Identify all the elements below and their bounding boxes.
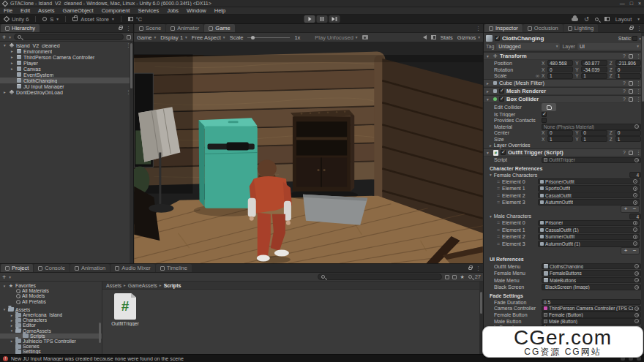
expand-arrow-icon[interactable]: ▸ <box>10 339 14 343</box>
undo-history-icon[interactable]: ↺ <box>584 16 589 23</box>
expand-arrow-icon[interactable]: ▸ <box>10 323 14 328</box>
remove-element-button[interactable]: − <box>630 248 639 254</box>
edit-collider-button[interactable] <box>542 103 556 111</box>
account-icon[interactable] <box>42 17 47 21</box>
center-y-field[interactable]: 0 <box>581 130 607 136</box>
male-characters-foldout[interactable]: ▾ Male Characters 4 <box>484 213 644 219</box>
ui-ref-field[interactable]: ClothsChanging <box>542 263 641 270</box>
static-checkbox[interactable] <box>632 36 637 41</box>
rotation-y-field[interactable]: -34.039 <box>581 67 607 72</box>
layer-overrides-foldout[interactable]: ▸ Layer Overrides <box>484 142 644 148</box>
inspector-tab[interactable]: Inspector <box>484 24 523 32</box>
minimize-button[interactable]: — <box>620 1 625 6</box>
object-picker-icon[interactable] <box>634 285 639 290</box>
menu-item[interactable]: Assets <box>38 7 55 14</box>
bottom-tab[interactable]: Animation <box>70 264 110 272</box>
bottom-tab[interactable]: Audio Mixer <box>111 264 155 272</box>
remove-element-button[interactable]: − <box>630 206 639 212</box>
hierarchy-search-input[interactable] <box>14 34 124 40</box>
object-picker-icon[interactable] <box>633 200 637 205</box>
outfit-object-field[interactable]: CasualOutfit (1) <box>538 227 640 233</box>
project-tree-row[interactable]: ▾ GameAssets <box>0 328 102 333</box>
view-tab[interactable]: Game <box>204 24 234 32</box>
expand-arrow-icon[interactable]: ▸ <box>10 61 15 65</box>
create-asset-button[interactable]: + <box>2 275 6 279</box>
search-by-label-icon[interactable] <box>452 275 457 279</box>
breadcrumb-assets[interactable]: Assets <box>106 283 121 288</box>
cloud-icon[interactable] <box>572 18 578 21</box>
layout-label[interactable]: Layout <box>615 16 632 23</box>
layout-grid-icon[interactable] <box>604 17 610 21</box>
hierarchy-row[interactable]: ▸ Player ⋮ <box>0 60 133 66</box>
position-x-field[interactable]: 480.568 <box>547 60 573 66</box>
asset-item[interactable]: # OutfitTrigger <box>108 293 142 326</box>
account-caret-icon[interactable]: ▾ <box>56 17 59 21</box>
female-button-field[interactable]: Female (Button) <box>542 312 641 318</box>
help-icon[interactable]: ? <box>623 53 626 59</box>
breadcrumb-gameassets[interactable]: GameAssets <box>128 283 157 288</box>
hierarchy-row[interactable]: ▸ Environment ⋮ <box>0 48 133 54</box>
box-collider-header[interactable]: ▾ Box Collider ?⋮ <box>484 95 644 103</box>
size-y-field[interactable]: 1 <box>581 136 607 142</box>
object-picker-icon[interactable] <box>634 271 639 276</box>
create-asset-caret-icon[interactable]: ▾ <box>9 275 11 279</box>
array-element-row[interactable]: = Element 1 SportsOutfit <box>484 185 644 192</box>
hidden-packages-icon[interactable] <box>468 275 472 279</box>
menu-item[interactable]: Services <box>138 7 159 14</box>
hierarchy-row[interactable]: ▸ DontDestroyOnLoad ⋮ <box>0 89 133 95</box>
outfit-object-field[interactable]: Prisoner <box>538 220 640 227</box>
lock-icon[interactable] <box>119 27 122 30</box>
vsync-icon[interactable] <box>431 35 436 39</box>
array-element-row[interactable]: = Element 0 PrisonerOutfit <box>484 178 644 185</box>
box-collider-checkbox[interactable] <box>499 97 504 102</box>
object-picker-icon[interactable] <box>633 179 637 184</box>
hierarchy-row[interactable]: ▸ ThirdPerson Camera Controller ⋮ <box>0 54 133 60</box>
object-picker-icon[interactable] <box>634 278 639 282</box>
drag-handle-icon[interactable]: = <box>497 200 500 205</box>
hierarchy-row[interactable]: ▸ Canvas ⋮ <box>0 66 133 72</box>
panel-menu-icon[interactable]: ⋮ <box>637 26 642 31</box>
scale-y-field[interactable]: 1 <box>581 73 607 79</box>
add-element-button[interactable]: + <box>621 206 630 212</box>
array-element-row[interactable]: = Element 2 SummerOutfit <box>484 233 644 241</box>
drag-handle-icon[interactable]: = <box>497 227 500 233</box>
hierarchy-row[interactable]: EventSystem ⋮ <box>0 72 133 78</box>
male-count-field[interactable]: 4 <box>629 214 641 219</box>
drag-handle-icon[interactable]: = <box>497 234 500 239</box>
expand-arrow-icon[interactable]: ▸ <box>10 55 15 59</box>
hierarchy-row[interactable]: JU Input Manager ⋮ <box>0 83 133 89</box>
hierarchy-row[interactable]: ClothChanging ⋮ <box>0 78 133 83</box>
array-element-row[interactable]: = Element 3 AutumnOutfit <box>484 199 644 206</box>
display-dropdown[interactable]: Display 1▾ <box>160 34 187 41</box>
drag-handle-icon[interactable]: = <box>497 241 500 246</box>
search-by-type-icon[interactable] <box>445 275 449 279</box>
component-menu-icon[interactable]: ⋮ <box>636 53 641 59</box>
object-picker-icon[interactable] <box>633 227 637 232</box>
play-focus-dropdown[interactable]: Play Unfocused▾ <box>315 34 357 41</box>
drag-handle-icon[interactable]: = <box>497 179 500 184</box>
project-tree-row[interactable]: All Materials <box>0 288 102 293</box>
inspector-tab[interactable]: Lighting <box>564 24 598 32</box>
drag-handle-icon[interactable]: = <box>497 220 500 225</box>
tag-dropdown[interactable]: Untagged▾ <box>496 43 560 50</box>
outfit-trigger-checkbox[interactable] <box>501 150 506 155</box>
object-picker-icon[interactable] <box>634 313 639 317</box>
expand-arrow-icon[interactable]: ▾ <box>2 43 7 48</box>
male-button-field[interactable]: Male (Button) <box>542 318 641 325</box>
menu-item[interactable]: Window <box>187 7 206 14</box>
object-picker-icon[interactable] <box>634 124 639 129</box>
outfit-object-field[interactable]: PrisonerOutfit <box>538 178 640 185</box>
game-viewport[interactable] <box>134 42 483 263</box>
bottom-tab[interactable]: Timeline <box>156 264 192 272</box>
active-checkbox[interactable] <box>495 36 500 41</box>
capture-icon[interactable] <box>362 35 368 39</box>
drag-handle-icon[interactable]: = <box>497 193 500 198</box>
position-y-field[interactable]: -60.877 <box>581 60 607 66</box>
lock-icon[interactable] <box>468 267 472 270</box>
outfit-object-field[interactable]: AutumnOutfit <box>538 199 640 205</box>
step-button[interactable] <box>329 15 340 23</box>
object-picker-icon[interactable] <box>634 306 639 311</box>
tab-hierarchy[interactable]: Hierarchy <box>1 24 40 32</box>
ui-ref-field[interactable]: BlackScreen (Image) <box>542 284 641 290</box>
presets-icon[interactable] <box>629 54 633 59</box>
